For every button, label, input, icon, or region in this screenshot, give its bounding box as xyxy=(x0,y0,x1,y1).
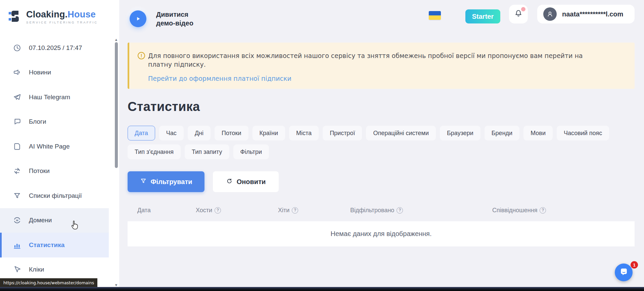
brand-accent: House xyxy=(67,9,96,19)
chat-bubble-smile-icon xyxy=(619,267,629,278)
brand-dark: Cloaking. xyxy=(26,9,67,19)
page-title: Статистика xyxy=(128,100,200,114)
link-status-tooltip: https://cloaking.house/webmaster/domains xyxy=(0,278,97,287)
demo-video-button[interactable]: Дивитися демо-відео xyxy=(125,6,201,32)
avatar xyxy=(543,7,557,21)
help-icon[interactable]: ? xyxy=(540,207,546,214)
chat-bubble-icon xyxy=(13,117,21,126)
notification-dot xyxy=(521,7,525,11)
clock-icon xyxy=(13,44,21,52)
column-label: Хіти xyxy=(278,207,289,214)
play-halo xyxy=(125,6,151,32)
megaphone-icon xyxy=(13,68,21,77)
help-icon[interactable]: ? xyxy=(215,207,221,214)
tab-countries[interactable]: Країни xyxy=(252,126,285,140)
plan-starter-button[interactable]: Starter xyxy=(465,9,500,23)
sidebar-item-label: Статистика xyxy=(29,241,64,249)
notifications-button[interactable] xyxy=(509,5,528,23)
scrollbar-down-arrow[interactable]: ▼ xyxy=(113,283,119,287)
sidebar-item-label: Наш Telegram xyxy=(29,94,70,101)
upgrade-subscription-link[interactable]: Перейти до оформлення платної підписки xyxy=(148,75,291,82)
sidebar-item-label: AI White Page xyxy=(29,143,70,150)
sidebar-item-statistics[interactable]: Статистика xyxy=(0,233,109,257)
sidebar-item-blogs[interactable]: Блоги xyxy=(0,110,109,134)
sidebar: Cloaking.House SERVICE FILTERING TRAFFIC… xyxy=(0,0,119,291)
column-header-date: Дата xyxy=(137,205,196,215)
funnel-icon xyxy=(13,191,21,200)
tab-days[interactable]: Дні xyxy=(188,126,211,140)
warning-icon: ! xyxy=(138,52,145,59)
sidebar-item-streams[interactable]: Потоки xyxy=(0,159,109,184)
tab-time[interactable]: Час xyxy=(159,126,184,140)
refresh-icon xyxy=(226,178,233,186)
bar-chart-icon xyxy=(13,241,21,249)
scrollbar-up-arrow[interactable]: ▲ xyxy=(113,38,119,42)
trial-warning-banner: ! Для повного використання всіх можливос… xyxy=(128,43,635,89)
sidebar-item-label: Списки фільтрації xyxy=(29,192,82,199)
tab-devices[interactable]: Пристрої xyxy=(323,126,362,140)
sidebar-item-ai-white-page[interactable]: AI White Page xyxy=(0,134,109,159)
flag-blue-stripe xyxy=(429,11,441,15)
refresh-button-label: Оновити xyxy=(237,178,266,186)
brand-tagline: SERVICE FILTERING TRAFFIC xyxy=(26,20,98,24)
main-content: Дивитися демо-відео Starter naata*******… xyxy=(119,0,644,291)
funnel-icon xyxy=(140,178,147,186)
flag-yellow-stripe xyxy=(429,15,441,20)
help-icon[interactable]: ? xyxy=(397,207,403,214)
sidebar-item-label: Домени xyxy=(29,217,52,224)
sidebar-item-news[interactable]: Новини xyxy=(0,60,109,85)
actions-row: Фільтрувати Оновити xyxy=(128,171,279,192)
stats-table-header: Дата Хости ? Хіти ? Відфільтровано ? Спі… xyxy=(128,205,635,215)
banner-text: Для повного використання всіх можливосте… xyxy=(148,52,583,69)
empty-state-text: Немає даних для відображення. xyxy=(330,230,431,238)
tab-operating-systems[interactable]: Операційні системи xyxy=(366,126,436,140)
demo-video-label: Дивитися демо-відео xyxy=(156,10,201,27)
sidebar-item-label: Потоки xyxy=(29,167,50,175)
column-label: Дата xyxy=(137,207,151,214)
tab-streams[interactable]: Потоки xyxy=(215,126,248,140)
column-label: Хости xyxy=(196,207,212,214)
tab-browsers[interactable]: Браузери xyxy=(440,126,480,140)
svg-text:w: w xyxy=(16,219,18,222)
table-empty-state: Немає даних для відображення. xyxy=(128,221,635,246)
sidebar-datetime: 07.10.2025 / 17:47 xyxy=(0,36,109,60)
sync-arrows-icon xyxy=(13,167,21,175)
tab-filters[interactable]: Фільтри xyxy=(233,144,269,159)
tab-brands[interactable]: Бренди xyxy=(485,126,519,140)
page-icon xyxy=(13,142,21,151)
tab-date[interactable]: Дата xyxy=(128,126,155,140)
taskbar-edge xyxy=(0,287,644,291)
sidebar-datetime-label: 07.10.2025 / 17:47 xyxy=(29,44,82,52)
status-url: https://cloaking.house/webmaster/domains xyxy=(3,280,94,285)
chat-widget-button[interactable] xyxy=(615,264,633,281)
tab-timezone[interactable]: Часовий пояс xyxy=(557,126,609,140)
logo-text: Cloaking.House SERVICE FILTERING TRAFFIC xyxy=(26,10,98,24)
logo[interactable]: Cloaking.House SERVICE FILTERING TRAFFIC xyxy=(8,9,98,25)
sidebar-item-filter-lists[interactable]: Списки фільтрації xyxy=(0,183,109,208)
column-header-ratio: Співвідношення ? xyxy=(492,205,635,215)
www-globe-icon: w xyxy=(13,216,21,225)
column-header-hits: Хіти ? xyxy=(278,205,350,215)
filter-tabs: Дата Час Дні Потоки Країни Міста Пристро… xyxy=(128,126,636,159)
tab-languages[interactable]: Мови xyxy=(523,126,553,140)
cursor-arrow-icon xyxy=(13,265,21,274)
paper-plane-icon xyxy=(13,93,21,102)
help-icon[interactable]: ? xyxy=(292,207,298,214)
sidebar-nav: 07.10.2025 / 17:47 Новини Наш Telegram Б… xyxy=(0,36,119,282)
language-flag-ukraine[interactable] xyxy=(429,11,441,20)
tab-request-type[interactable]: Тип запиту xyxy=(185,144,229,159)
chat-unread-badge: 1 xyxy=(631,261,638,269)
sidebar-item-domains[interactable]: w Домени xyxy=(0,208,109,233)
filter-button[interactable]: Фільтрувати xyxy=(128,171,204,192)
sidebar-item-label: Блоги xyxy=(29,118,46,125)
sidebar-item-telegram[interactable]: Наш Telegram xyxy=(0,85,109,110)
column-label: Співвідношення xyxy=(492,207,537,214)
play-icon[interactable] xyxy=(130,10,146,27)
sidebar-item-label: Кліки xyxy=(29,266,44,273)
tab-cities[interactable]: Міста xyxy=(289,126,319,140)
tab-connection-type[interactable]: Тип з'єднання xyxy=(128,144,181,159)
refresh-button[interactable]: Оновити xyxy=(213,171,279,192)
scrollbar-thumb[interactable] xyxy=(115,42,118,168)
user-account-button[interactable]: naata**********l.com xyxy=(537,5,635,23)
filter-button-label: Фільтрувати xyxy=(151,178,192,186)
